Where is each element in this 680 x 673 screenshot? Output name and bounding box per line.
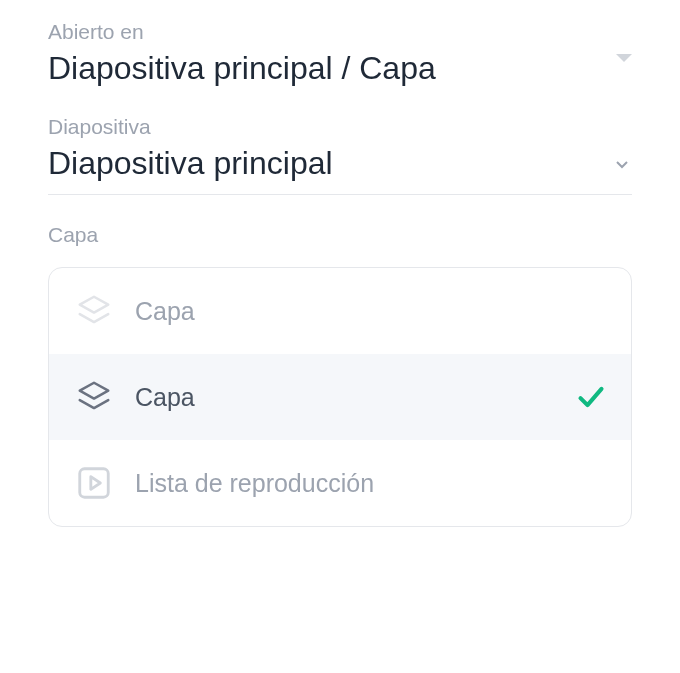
- svg-rect-2: [80, 469, 109, 498]
- open-in-section[interactable]: Abierto en Diapositiva principal / Capa: [48, 20, 632, 87]
- open-in-label: Abierto en: [48, 20, 632, 44]
- layers-icon: [75, 292, 113, 330]
- layers-icon: [75, 378, 113, 416]
- open-in-value: Diapositiva principal / Capa: [48, 50, 632, 87]
- layer-option-playlist[interactable]: Lista de reproducción: [49, 440, 631, 526]
- layer-label: Capa: [48, 223, 632, 247]
- svg-marker-1: [80, 383, 109, 399]
- layer-option-label: Lista de reproducción: [135, 469, 605, 498]
- layer-option-label: Capa: [135, 383, 555, 412]
- slide-value: Diapositiva principal: [48, 145, 333, 182]
- check-icon: [577, 385, 605, 409]
- svg-marker-3: [91, 477, 101, 490]
- slide-section: Diapositiva Diapositiva principal: [48, 115, 632, 195]
- caret-down-icon: [616, 54, 632, 62]
- chevron-down-icon: [612, 154, 632, 174]
- layer-section: Capa Capa Capa: [48, 223, 632, 527]
- svg-marker-0: [80, 297, 109, 313]
- layer-listbox: Capa Capa Lista de reprod: [48, 267, 632, 527]
- layer-option-label: Capa: [135, 297, 605, 326]
- slide-label: Diapositiva: [48, 115, 632, 139]
- layer-option-capa-0[interactable]: Capa: [49, 268, 631, 354]
- playlist-icon: [75, 464, 113, 502]
- layer-option-capa-1[interactable]: Capa: [49, 354, 631, 440]
- slide-selector[interactable]: Diapositiva principal: [48, 145, 632, 195]
